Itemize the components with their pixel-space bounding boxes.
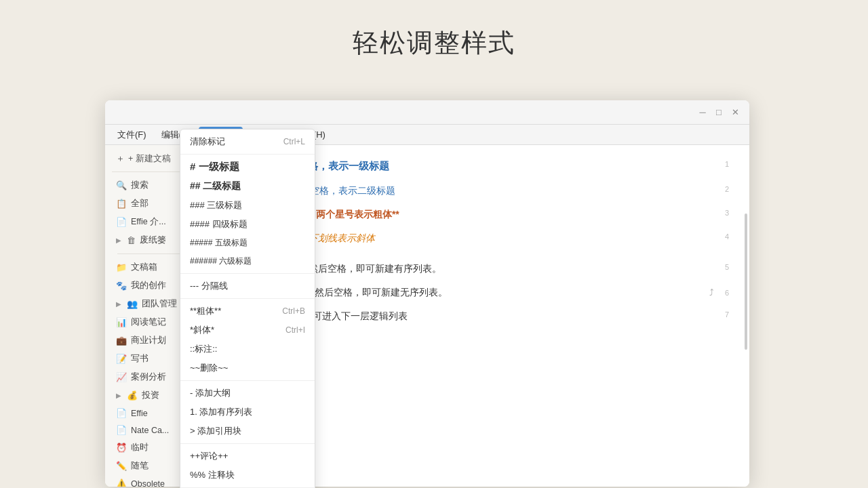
dd-divider-1 (180, 154, 315, 155)
dd-item-h4[interactable]: #### 四级标题 (180, 215, 315, 234)
close-button[interactable]: ✕ (729, 106, 741, 119)
dd-item-comment[interactable]: ::标注:: (180, 340, 315, 359)
folder-icon: 📁 (116, 262, 127, 272)
menu-file[interactable]: 文件(F) (111, 127, 153, 143)
doc-content-h2: 输入##号然后空格，表示二级标题 (252, 184, 718, 198)
chevron-team-icon: ▶ (116, 300, 121, 308)
dd-comment-label: ::标注:: (190, 343, 217, 355)
dd-item-outline[interactable]: - 添加大纲 (180, 384, 315, 403)
doc2-icon: 📄 (116, 408, 127, 418)
sidebar-effie2-label: Effie (131, 409, 148, 418)
dd-item-h6[interactable]: ###### 六级标题 (180, 252, 315, 270)
dd-item-strikethrough[interactable]: ~~删除~~ (180, 359, 315, 378)
sidebar-effie-label: Effie 介... (131, 216, 166, 228)
minimize-button[interactable]: ─ (696, 106, 709, 119)
sidebar-all-label: 全部 (131, 198, 149, 209)
plus-icon: ＋ (116, 153, 125, 165)
page-title: 轻松调整样式 (0, 0, 868, 60)
writing-icon: 📝 (116, 354, 127, 364)
doc-content-ordered: 输入数字、点然后空格，即可新建有序列表。 (252, 262, 718, 276)
dd-review-label: ++评论++ (190, 450, 228, 462)
sidebar-obsolete-label: Obsolete (131, 479, 165, 487)
dd-divider-4 (180, 380, 315, 381)
dd-divider-5 (180, 443, 315, 444)
dd-h3-label: ### 三级标题 (190, 199, 242, 211)
dd-item-bold[interactable]: **粗体** Ctrl+B (180, 302, 315, 321)
trash-icon: 🗑 (127, 235, 136, 245)
doc-content-bullet: 输入"-"或者"+"然后空格，即可新建无序列表。 (252, 285, 709, 300)
invest-icon: 💰 (127, 390, 138, 401)
doc-content-bold: **在文字前后加两个星号表示粗体** (252, 207, 718, 222)
sidebar-invest-label: 投资 (142, 390, 159, 401)
dd-clear-mark-label: 清除标记 (190, 136, 225, 148)
clock-icon: ⏰ (116, 443, 127, 453)
scroll-indicator (745, 214, 747, 350)
dd-item-quote[interactable]: > 添加引用块 (180, 422, 315, 441)
dd-divider-3 (180, 298, 315, 299)
line-num-6: 6 (718, 287, 729, 297)
dd-item-h2[interactable]: ## 二级标题 (180, 177, 315, 196)
dd-item-h3[interactable]: ### 三级标题 (180, 196, 315, 215)
dd-h4-label: #### 四级标题 (190, 218, 248, 230)
sidebar-temp-label: 临时 (131, 442, 149, 453)
dd-note-label: %% 注释块 (190, 469, 235, 481)
chevron-icon: ▶ (116, 237, 121, 244)
new-doc-label: + 新建文稿 (128, 153, 171, 165)
business-icon: 💼 (116, 336, 127, 346)
mark-dropdown-menu: 清除标记 Ctrl+L # 一级标题 ## 二级标题 ### 三级标题 ####… (180, 129, 315, 488)
sidebar-trash-label: 废纸篓 (140, 235, 166, 246)
dd-quote-label: > 添加引用块 (190, 425, 241, 437)
restore-button[interactable]: □ (713, 106, 725, 119)
dd-divider-line-label: --- 分隔线 (190, 280, 228, 292)
dd-item-review[interactable]: ++评论++ (180, 447, 315, 466)
doc-content-h1: 输入#然后空格，表示一级标题 (252, 159, 718, 174)
doc-content-subbullet: 按后退键即可进入下一层逻辑列表 (252, 309, 718, 323)
dd-item-italic[interactable]: *斜体* Ctrl+I (180, 321, 315, 340)
dd-item-note[interactable]: %% 注释块 (180, 466, 315, 485)
dd-item-h5[interactable]: ##### 五级标题 (180, 234, 315, 252)
line-num-7: 7 (718, 309, 729, 323)
dd-divider-2 (180, 273, 315, 274)
sidebar-writing-label: 写书 (131, 353, 149, 365)
dd-item-h1[interactable]: # 一级标题 (180, 157, 315, 177)
chart-icon: 📈 (116, 372, 127, 382)
sidebar-nate-label: Nate Ca... (131, 426, 169, 435)
sidebar-team-label: 团队管理 (142, 298, 177, 310)
line-num-2: 2 (718, 184, 729, 198)
dd-item-divider-line[interactable]: --- 分隔线 (180, 277, 315, 296)
dd-h5-label: ##### 五级标题 (190, 237, 248, 249)
sidebar-cases-label: 案例分析 (131, 371, 166, 383)
warning-icon: ⚠️ (116, 479, 127, 487)
title-bar: ─ □ ✕ (105, 100, 749, 125)
line-num-1: 1 (718, 159, 729, 174)
line-num-3: 3 (718, 207, 729, 222)
dd-ordered-list-label: 1. 添加有序列表 (190, 406, 252, 418)
doc-content-italic: 在文字前后加下划线表示斜体 (252, 231, 718, 245)
sidebar-reading-label: 阅读笔记 (131, 317, 166, 328)
window-controls: ─ □ ✕ (696, 106, 741, 119)
dd-bold-shortcut: Ctrl+B (282, 306, 305, 316)
team-icon: 👥 (127, 299, 138, 309)
sidebar-notes-label: 随笔 (131, 460, 149, 472)
line-num-5: 5 (718, 262, 729, 276)
share-icon[interactable]: ⤴ (709, 287, 714, 298)
dd-italic-shortcut: Ctrl+I (285, 325, 305, 335)
paw-icon: 🐾 (116, 281, 127, 291)
chevron-invest-icon: ▶ (116, 392, 121, 399)
search-icon: 🔍 (116, 180, 127, 190)
dd-h6-label: ###### 六级标题 (190, 256, 252, 267)
sidebar-docs-label: 文稿箱 (131, 262, 157, 273)
all-docs-icon: 📋 (116, 199, 127, 209)
dd-outline-label: - 添加大纲 (190, 387, 231, 399)
sidebar-search-label: 搜索 (131, 180, 149, 191)
dd-item-clear-mark[interactable]: 清除标记 Ctrl+L (180, 132, 315, 151)
dd-italic-label: *斜体* (190, 324, 214, 336)
dd-h1-label: # 一级标题 (190, 161, 239, 174)
dd-strikethrough-label: ~~删除~~ (190, 362, 228, 374)
dd-item-ordered-list[interactable]: 1. 添加有序列表 (180, 403, 315, 422)
reading-icon: 📊 (116, 317, 127, 327)
sidebar-my-work-label: 我的创作 (131, 280, 166, 291)
dd-clear-mark-shortcut: Ctrl+L (283, 137, 305, 146)
pencil-icon: ✏️ (116, 461, 127, 471)
sidebar-business-label: 商业计划 (131, 335, 166, 346)
